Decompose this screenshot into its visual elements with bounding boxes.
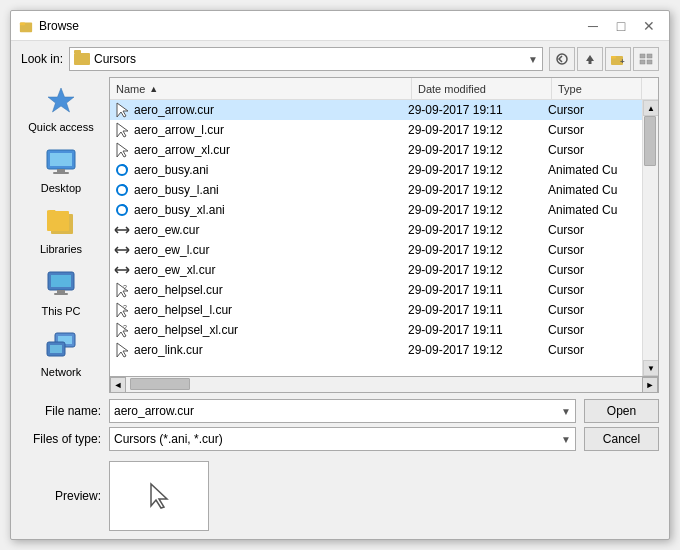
file-name: aero_helpsel_xl.cur — [134, 323, 408, 337]
file-type: Cursor — [548, 243, 638, 257]
minimize-button[interactable]: ─ — [581, 16, 605, 36]
scroll-right-button[interactable]: ► — [642, 377, 658, 393]
preview-label: Preview: — [21, 489, 101, 503]
quick-access-icon — [45, 85, 77, 117]
file-item[interactable]: ? aero_helpsel_l.cur 29-09-2017 19:11 Cu… — [110, 300, 642, 320]
file-item[interactable]: aero_busy.ani 29-09-2017 19:12 Animated … — [110, 160, 642, 180]
cursor-preview-icon — [147, 482, 171, 510]
file-name: aero_busy_xl.ani — [134, 203, 408, 217]
scroll-down-button[interactable]: ▼ — [643, 360, 658, 376]
scroll-up-button[interactable]: ▲ — [643, 100, 658, 116]
sidebar-label-desktop: Desktop — [41, 182, 81, 195]
sidebar-item-this-pc[interactable]: This PC — [21, 265, 101, 322]
file-item[interactable]: aero_link.cur 29-09-2017 19:12 Cursor — [110, 340, 642, 360]
file-icon — [114, 182, 130, 198]
file-icon: ? — [114, 302, 130, 318]
file-date: 29-09-2017 19:12 — [408, 143, 548, 157]
file-date: 29-09-2017 19:12 — [408, 263, 548, 277]
svg-rect-14 — [57, 169, 65, 172]
svg-rect-25 — [50, 345, 62, 353]
cancel-button[interactable]: Cancel — [584, 427, 659, 451]
svg-rect-20 — [57, 290, 65, 293]
file-name: aero_ew.cur — [134, 223, 408, 237]
file-type: Cursor — [548, 343, 638, 357]
h-scroll-thumb[interactable] — [130, 378, 190, 390]
file-list-rows: aero_arrow.cur 29-09-2017 19:11 Cursor a… — [110, 100, 642, 376]
file-name: aero_arrow.cur — [134, 103, 408, 117]
file-name: aero_ew_xl.cur — [134, 263, 408, 277]
file-name: aero_busy_l.ani — [134, 183, 408, 197]
sidebar-item-libraries[interactable]: Libraries — [21, 203, 101, 260]
svg-marker-38 — [117, 343, 128, 357]
sidebar-item-network[interactable]: Network — [21, 326, 101, 383]
preview-area: Preview: — [11, 457, 669, 539]
svg-marker-26 — [117, 103, 128, 117]
svg-rect-19 — [51, 275, 71, 287]
file-item[interactable]: aero_arrow_xl.cur 29-09-2017 19:12 Curso… — [110, 140, 642, 160]
sidebar-item-quick-access[interactable]: Quick access — [21, 81, 101, 138]
close-button[interactable]: ✕ — [637, 16, 661, 36]
h-scroll-track[interactable] — [126, 377, 642, 392]
scroll-thumb[interactable] — [644, 116, 656, 166]
sidebar-label-quick-access: Quick access — [28, 121, 93, 134]
svg-marker-39 — [151, 484, 167, 508]
file-item[interactable]: aero_busy_xl.ani 29-09-2017 19:12 Animat… — [110, 200, 642, 220]
view-button[interactable] — [633, 47, 659, 71]
file-date: 29-09-2017 19:11 — [408, 303, 548, 317]
file-panel: Name ▲ Date modified Type — [109, 77, 659, 393]
filename-combo[interactable]: aero_arrow.cur ▼ — [109, 399, 576, 423]
look-in-combo[interactable]: Cursors ▼ — [69, 47, 543, 71]
svg-text:?: ? — [123, 284, 127, 291]
file-item[interactable]: aero_ew.cur 29-09-2017 19:12 Cursor — [110, 220, 642, 240]
file-name: aero_busy.ani — [134, 163, 408, 177]
sidebar-label-this-pc: This PC — [41, 305, 80, 318]
maximize-button[interactable]: □ — [609, 16, 633, 36]
vertical-scrollbar[interactable]: ▲ ▼ — [642, 100, 658, 376]
col-header-name[interactable]: Name ▲ — [110, 78, 412, 99]
file-type: Cursor — [548, 303, 638, 317]
up-button[interactable] — [577, 47, 603, 71]
col-header-date[interactable]: Date modified — [412, 78, 552, 99]
open-button[interactable]: Open — [584, 399, 659, 423]
scroll-left-button[interactable]: ◄ — [110, 377, 126, 393]
file-item[interactable]: aero_ew_l.cur 29-09-2017 19:12 Cursor — [110, 240, 642, 260]
file-date: 29-09-2017 19:12 — [408, 183, 548, 197]
filetype-combo[interactable]: Cursors (*.ani, *.cur) ▼ — [109, 427, 576, 451]
svg-rect-3 — [589, 61, 592, 64]
scrollbar-spacer — [642, 78, 658, 99]
file-type: Cursor — [548, 103, 638, 117]
file-date: 29-09-2017 19:11 — [408, 283, 548, 297]
sidebar-item-desktop[interactable]: Desktop — [21, 142, 101, 199]
file-date: 29-09-2017 19:11 — [408, 323, 548, 337]
scroll-track[interactable] — [643, 116, 658, 360]
file-item[interactable]: aero_ew_xl.cur 29-09-2017 19:12 Cursor — [110, 260, 642, 280]
file-list-header: Name ▲ Date modified Type — [110, 78, 658, 100]
svg-rect-8 — [647, 54, 652, 58]
file-date: 29-09-2017 19:12 — [408, 203, 548, 217]
file-item[interactable]: aero_busy_l.ani 29-09-2017 19:12 Animate… — [110, 180, 642, 200]
file-item[interactable]: aero_arrow_l.cur 29-09-2017 19:12 Cursor — [110, 120, 642, 140]
svg-text:?: ? — [123, 324, 127, 331]
file-item[interactable]: ? aero_helpsel.cur 29-09-2017 19:11 Curs… — [110, 280, 642, 300]
file-name: aero_arrow_l.cur — [134, 123, 408, 137]
title-bar: Browse ─ □ ✕ — [11, 11, 669, 41]
new-folder-icon: + — [610, 53, 626, 65]
file-icon — [114, 162, 130, 178]
back-button[interactable] — [549, 47, 575, 71]
svg-rect-9 — [640, 60, 645, 64]
horizontal-scrollbar[interactable]: ◄ ► — [110, 376, 658, 392]
file-date: 29-09-2017 19:12 — [408, 343, 548, 357]
new-folder-button[interactable]: + — [605, 47, 631, 71]
col-header-type[interactable]: Type — [552, 78, 642, 99]
folder-icon — [74, 53, 90, 65]
svg-rect-10 — [647, 60, 652, 64]
file-type: Animated Cu — [548, 163, 638, 177]
file-item[interactable]: ? aero_helpsel_xl.cur 29-09-2017 19:11 C… — [110, 320, 642, 340]
svg-marker-11 — [48, 88, 74, 112]
sort-arrow-icon: ▲ — [149, 84, 158, 94]
svg-rect-1 — [20, 22, 25, 25]
dialog-icon — [19, 19, 33, 33]
file-icon: ? — [114, 282, 130, 298]
file-item[interactable]: aero_arrow.cur 29-09-2017 19:11 Cursor — [110, 100, 642, 120]
file-date: 29-09-2017 19:12 — [408, 223, 548, 237]
